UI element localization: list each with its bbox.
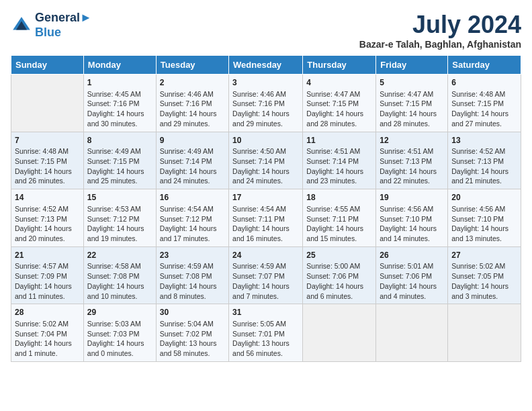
- day-cell: 16Sunrise: 4:54 AM Sunset: 7:12 PM Dayli…: [156, 189, 228, 247]
- day-number: 23: [160, 250, 225, 261]
- day-number: 24: [232, 250, 299, 261]
- day-info: Sunrise: 4:54 AM Sunset: 7:12 PM Dayligh…: [160, 204, 225, 244]
- day-number: 26: [380, 250, 444, 261]
- day-cell: 7Sunrise: 4:48 AM Sunset: 7:15 PM Daylig…: [11, 132, 84, 189]
- day-info: Sunrise: 4:54 AM Sunset: 7:11 PM Dayligh…: [232, 204, 299, 244]
- day-number: 19: [380, 192, 444, 203]
- day-number: 2: [160, 77, 225, 89]
- day-cell: 9Sunrise: 4:49 AM Sunset: 7:14 PM Daylig…: [156, 132, 228, 189]
- day-info: Sunrise: 4:50 AM Sunset: 7:14 PM Dayligh…: [232, 146, 299, 186]
- header-cell-saturday: Saturday: [448, 56, 521, 75]
- day-info: Sunrise: 4:59 AM Sunset: 7:07 PM Dayligh…: [232, 261, 299, 301]
- day-number: 12: [380, 135, 444, 146]
- day-info: Sunrise: 5:00 AM Sunset: 7:06 PM Dayligh…: [306, 261, 372, 301]
- day-cell: [448, 304, 521, 362]
- day-info: Sunrise: 4:57 AM Sunset: 7:09 PM Dayligh…: [15, 261, 80, 301]
- week-row-2: 7Sunrise: 4:48 AM Sunset: 7:15 PM Daylig…: [11, 132, 521, 189]
- day-number: 29: [87, 307, 152, 318]
- day-info: Sunrise: 4:47 AM Sunset: 7:15 PM Dayligh…: [380, 89, 444, 129]
- day-cell: 13Sunrise: 4:52 AM Sunset: 7:13 PM Dayli…: [448, 132, 521, 189]
- day-cell: 15Sunrise: 4:53 AM Sunset: 7:12 PM Dayli…: [83, 189, 156, 247]
- day-cell: 21Sunrise: 4:57 AM Sunset: 7:09 PM Dayli…: [11, 246, 84, 304]
- day-cell: 24Sunrise: 4:59 AM Sunset: 7:07 PM Dayli…: [229, 246, 303, 304]
- header-cell-tuesday: Tuesday: [156, 56, 228, 75]
- day-cell: 10Sunrise: 4:50 AM Sunset: 7:14 PM Dayli…: [229, 132, 303, 189]
- day-number: 5: [380, 77, 444, 89]
- calendar-body: 1Sunrise: 4:45 AM Sunset: 7:16 PM Daylig…: [11, 75, 521, 362]
- day-cell: 14Sunrise: 4:52 AM Sunset: 7:13 PM Dayli…: [11, 189, 84, 247]
- day-info: Sunrise: 4:49 AM Sunset: 7:15 PM Dayligh…: [87, 146, 152, 186]
- day-cell: 27Sunrise: 5:02 AM Sunset: 7:05 PM Dayli…: [448, 246, 521, 304]
- day-info: Sunrise: 5:02 AM Sunset: 7:05 PM Dayligh…: [451, 261, 517, 301]
- day-cell: 5Sunrise: 4:47 AM Sunset: 7:15 PM Daylig…: [376, 75, 448, 132]
- header-cell-sunday: Sunday: [11, 56, 84, 75]
- day-info: Sunrise: 4:45 AM Sunset: 7:16 PM Dayligh…: [87, 89, 152, 129]
- day-cell: [376, 304, 448, 362]
- day-info: Sunrise: 5:03 AM Sunset: 7:03 PM Dayligh…: [87, 319, 152, 359]
- day-cell: 3Sunrise: 4:46 AM Sunset: 7:16 PM Daylig…: [229, 75, 303, 132]
- day-info: Sunrise: 4:55 AM Sunset: 7:11 PM Dayligh…: [306, 204, 372, 244]
- day-number: 1: [87, 77, 152, 89]
- day-cell: 2Sunrise: 4:46 AM Sunset: 7:16 PM Daylig…: [156, 75, 228, 132]
- day-number: 31: [232, 307, 299, 318]
- day-cell: 19Sunrise: 4:56 AM Sunset: 7:10 PM Dayli…: [376, 189, 448, 247]
- day-number: 11: [306, 135, 372, 146]
- header-cell-monday: Monday: [83, 56, 156, 75]
- header-cell-wednesday: Wednesday: [229, 56, 303, 75]
- day-info: Sunrise: 4:59 AM Sunset: 7:08 PM Dayligh…: [160, 261, 225, 301]
- day-cell: 30Sunrise: 5:04 AM Sunset: 7:02 PM Dayli…: [156, 304, 228, 362]
- day-cell: 12Sunrise: 4:51 AM Sunset: 7:13 PM Dayli…: [376, 132, 448, 189]
- day-cell: 22Sunrise: 4:58 AM Sunset: 7:08 PM Dayli…: [83, 246, 156, 304]
- day-cell: 25Sunrise: 5:00 AM Sunset: 7:06 PM Dayli…: [303, 246, 376, 304]
- day-cell: 4Sunrise: 4:47 AM Sunset: 7:15 PM Daylig…: [303, 75, 376, 132]
- page-header: General► Blue July 2024 Bazar-e Talah, B…: [11, 11, 521, 50]
- calendar-header-row: SundayMondayTuesdayWednesdayThursdayFrid…: [11, 56, 521, 75]
- day-cell: 31Sunrise: 5:05 AM Sunset: 7:01 PM Dayli…: [229, 304, 303, 362]
- day-info: Sunrise: 5:04 AM Sunset: 7:02 PM Dayligh…: [160, 319, 225, 359]
- day-cell: 20Sunrise: 4:56 AM Sunset: 7:10 PM Dayli…: [448, 189, 521, 247]
- day-cell: 6Sunrise: 4:48 AM Sunset: 7:15 PM Daylig…: [448, 75, 521, 132]
- logo-icon: [11, 15, 32, 36]
- day-number: 30: [160, 307, 225, 318]
- day-cell: 26Sunrise: 5:01 AM Sunset: 7:06 PM Dayli…: [376, 246, 448, 304]
- day-number: 10: [232, 135, 299, 146]
- day-info: Sunrise: 4:56 AM Sunset: 7:10 PM Dayligh…: [380, 204, 444, 244]
- day-number: 28: [15, 307, 80, 318]
- logo-text: General► Blue: [35, 11, 92, 40]
- day-number: 22: [87, 250, 152, 261]
- week-row-4: 21Sunrise: 4:57 AM Sunset: 7:09 PM Dayli…: [11, 246, 521, 304]
- day-cell: 29Sunrise: 5:03 AM Sunset: 7:03 PM Dayli…: [83, 304, 156, 362]
- day-info: Sunrise: 5:05 AM Sunset: 7:01 PM Dayligh…: [232, 319, 299, 359]
- day-info: Sunrise: 4:46 AM Sunset: 7:16 PM Dayligh…: [232, 89, 299, 129]
- day-number: 15: [87, 192, 152, 203]
- day-info: Sunrise: 4:51 AM Sunset: 7:14 PM Dayligh…: [306, 146, 372, 186]
- header-cell-thursday: Thursday: [303, 56, 376, 75]
- day-number: 3: [232, 77, 299, 89]
- day-info: Sunrise: 4:48 AM Sunset: 7:15 PM Dayligh…: [15, 146, 80, 186]
- day-cell: 17Sunrise: 4:54 AM Sunset: 7:11 PM Dayli…: [229, 189, 303, 247]
- day-number: 8: [87, 135, 152, 146]
- day-info: Sunrise: 5:01 AM Sunset: 7:06 PM Dayligh…: [380, 261, 444, 301]
- day-info: Sunrise: 4:58 AM Sunset: 7:08 PM Dayligh…: [87, 261, 152, 301]
- day-cell: 8Sunrise: 4:49 AM Sunset: 7:15 PM Daylig…: [83, 132, 156, 189]
- day-info: Sunrise: 4:48 AM Sunset: 7:15 PM Dayligh…: [451, 89, 517, 129]
- week-row-3: 14Sunrise: 4:52 AM Sunset: 7:13 PM Dayli…: [11, 189, 521, 247]
- month-title: July 2024: [359, 11, 521, 39]
- day-number: 6: [451, 77, 517, 89]
- day-info: Sunrise: 4:49 AM Sunset: 7:14 PM Dayligh…: [160, 146, 225, 186]
- day-cell: 1Sunrise: 4:45 AM Sunset: 7:16 PM Daylig…: [83, 75, 156, 132]
- day-number: 9: [160, 135, 225, 146]
- day-number: 27: [451, 250, 517, 261]
- day-cell: 28Sunrise: 5:02 AM Sunset: 7:04 PM Dayli…: [11, 304, 84, 362]
- day-info: Sunrise: 4:56 AM Sunset: 7:10 PM Dayligh…: [451, 204, 517, 244]
- day-info: Sunrise: 5:02 AM Sunset: 7:04 PM Dayligh…: [15, 319, 80, 359]
- week-row-5: 28Sunrise: 5:02 AM Sunset: 7:04 PM Dayli…: [11, 304, 521, 362]
- day-number: 25: [306, 250, 372, 261]
- title-block: July 2024 Bazar-e Talah, Baghlan, Afghan…: [359, 11, 521, 50]
- day-info: Sunrise: 4:52 AM Sunset: 7:13 PM Dayligh…: [451, 146, 517, 186]
- calendar-table: SundayMondayTuesdayWednesdayThursdayFrid…: [11, 55, 521, 362]
- header-cell-friday: Friday: [376, 56, 448, 75]
- day-number: 20: [451, 192, 517, 203]
- day-number: 4: [306, 77, 372, 89]
- day-info: Sunrise: 4:52 AM Sunset: 7:13 PM Dayligh…: [15, 204, 80, 244]
